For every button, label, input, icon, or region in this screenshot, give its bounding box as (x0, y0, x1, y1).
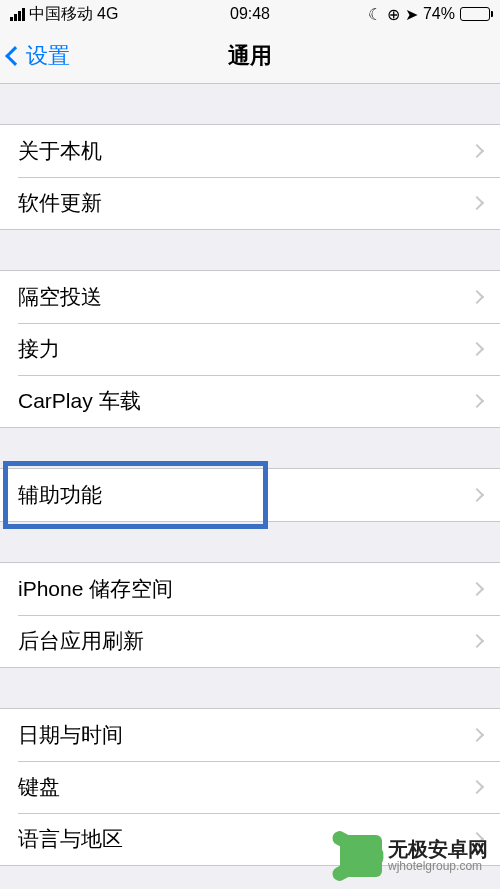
status-right: ☾ ⊕ ➤ 74% (368, 5, 490, 24)
row-label: iPhone 储存空间 (18, 575, 472, 603)
row-label: 日期与时间 (18, 721, 472, 749)
settings-row[interactable]: 辅助功能 (0, 469, 500, 521)
settings-list: 关于本机软件更新隔空投送接力CarPlay 车载辅助功能iPhone 储存空间后… (0, 124, 500, 866)
row-label: 辅助功能 (18, 481, 472, 509)
network-label: 4G (97, 5, 118, 23)
settings-row[interactable]: 关于本机 (0, 125, 500, 177)
watermark: 无极安卓网 wjhotelgroup.com (340, 835, 488, 877)
watermark-sub: wjhotelgroup.com (388, 860, 488, 873)
chevron-right-icon (470, 342, 484, 356)
page-title: 通用 (228, 41, 272, 71)
clock: 09:48 (230, 5, 270, 23)
chevron-right-icon (470, 144, 484, 158)
settings-row[interactable]: 键盘 (0, 761, 500, 813)
settings-row[interactable]: 软件更新 (0, 177, 500, 229)
lock-rotation-icon: ⊕ (387, 5, 400, 24)
settings-group: 辅助功能 (0, 468, 500, 522)
settings-group: iPhone 储存空间后台应用刷新 (0, 562, 500, 668)
battery-icon (460, 7, 490, 21)
settings-row[interactable]: 接力 (0, 323, 500, 375)
settings-row[interactable]: 隔空投送 (0, 271, 500, 323)
settings-row[interactable]: CarPlay 车载 (0, 375, 500, 427)
settings-row[interactable]: 后台应用刷新 (0, 615, 500, 667)
chevron-right-icon (470, 488, 484, 502)
signal-icon (10, 8, 25, 21)
moon-icon: ☾ (368, 5, 382, 24)
chevron-right-icon (470, 634, 484, 648)
location-icon: ➤ (405, 5, 418, 24)
nav-bar: 设置 通用 (0, 28, 500, 84)
settings-group: 关于本机软件更新 (0, 124, 500, 230)
row-label: 关于本机 (18, 137, 472, 165)
row-label: 接力 (18, 335, 472, 363)
status-left: 中国移动 4G (10, 4, 118, 25)
back-button[interactable]: 设置 (8, 28, 70, 83)
back-label: 设置 (26, 41, 70, 71)
chevron-right-icon (470, 290, 484, 304)
chevron-left-icon (5, 46, 25, 66)
chevron-right-icon (470, 582, 484, 596)
chevron-right-icon (470, 780, 484, 794)
status-bar: 中国移动 4G 09:48 ☾ ⊕ ➤ 74% (0, 0, 500, 28)
row-label: 键盘 (18, 773, 472, 801)
watermark-logo-icon (340, 835, 382, 877)
settings-group: 隔空投送接力CarPlay 车载 (0, 270, 500, 428)
settings-row[interactable]: iPhone 储存空间 (0, 563, 500, 615)
row-label: 软件更新 (18, 189, 472, 217)
chevron-right-icon (470, 196, 484, 210)
battery-pct: 74% (423, 5, 455, 23)
watermark-title: 无极安卓网 (388, 838, 488, 860)
settings-row[interactable]: 日期与时间 (0, 709, 500, 761)
chevron-right-icon (470, 394, 484, 408)
row-label: 后台应用刷新 (18, 627, 472, 655)
row-label: CarPlay 车载 (18, 387, 472, 415)
chevron-right-icon (470, 728, 484, 742)
carrier-label: 中国移动 (29, 4, 93, 25)
row-label: 隔空投送 (18, 283, 472, 311)
